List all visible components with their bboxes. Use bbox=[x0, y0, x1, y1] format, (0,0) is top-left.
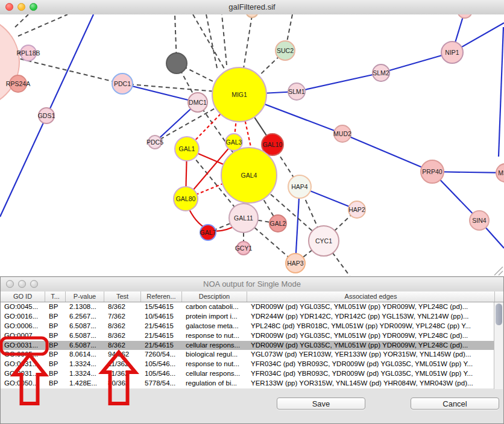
table-cell[interactable]: GO:0007... bbox=[1, 331, 45, 341]
table-cell[interactable]: 21/54615 bbox=[141, 341, 182, 351]
table-cell[interactable]: 8/362 bbox=[104, 322, 141, 331]
node-label-GDS1: GDS1 bbox=[38, 112, 55, 119]
column-header-desciption[interactable]: Desciption bbox=[182, 292, 247, 302]
table-cell[interactable]: YDR009W (pd) YGL035C, YML051W (pp) YDR00… bbox=[247, 302, 495, 312]
table-cell[interactable]: BP bbox=[45, 350, 66, 360]
column-header-t[interactable]: T... bbox=[45, 292, 66, 302]
node-label-CYC1: CYC1 bbox=[315, 237, 332, 245]
table-cell[interactable]: 6.5087... bbox=[66, 331, 104, 341]
table-cell[interactable]: GO:0016... bbox=[1, 312, 45, 322]
table-cell[interactable]: YFR034C (pd) YBR093C, YDR009W (pd) YGL03… bbox=[247, 369, 495, 379]
scrollbar-thumb[interactable] bbox=[496, 304, 502, 325]
node-big-left-node[interactable] bbox=[0, 16, 19, 108]
table-row[interactable]: GO:0031...BP1.3324...11/362105/546...res… bbox=[1, 360, 494, 369]
column-header-associatededges[interactable]: Associated edges bbox=[247, 292, 495, 302]
column-header-referen[interactable]: Referen... bbox=[141, 292, 182, 302]
table-cell[interactable]: 80/362 bbox=[104, 379, 141, 388]
table-cell[interactable]: YER133W (pp) YOR315W, YNL145W (pd) YHR08… bbox=[247, 379, 495, 388]
table-row[interactable]: GO:0031...BP6.5087...8/36221/54615cellul… bbox=[1, 341, 494, 351]
table-cell[interactable]: BP bbox=[45, 341, 66, 351]
table-row[interactable]: GO:0031...BP1.3324...11/362105/546...cel… bbox=[1, 369, 494, 379]
network-window-titlebar[interactable]: galFiltered.sif bbox=[0, 0, 504, 15]
table-cell[interactable]: 1.428E... bbox=[66, 379, 104, 388]
table-cell[interactable]: 21/54615 bbox=[141, 331, 182, 341]
table-cell[interactable]: GO:0031... bbox=[1, 360, 45, 369]
save-button[interactable]: Save bbox=[277, 398, 365, 410]
table-cell[interactable]: 2.1308... bbox=[66, 302, 104, 312]
table-cell[interactable]: 10/54615 bbox=[141, 312, 182, 322]
table-row[interactable]: GO:0050...BP1.428E...80/3625778/54...reg… bbox=[1, 379, 494, 388]
table-cell[interactable]: 8.0614... bbox=[66, 350, 104, 360]
table-cell[interactable]: regulation of bi... bbox=[182, 379, 247, 388]
table-header[interactable]: GO IDT...P-valueTestReferen...Desciption… bbox=[1, 292, 503, 302]
table-row[interactable]: GO:0016...BP6.2567...7/36210/54615protei… bbox=[1, 312, 494, 322]
table-cell[interactable]: 7/362 bbox=[104, 312, 141, 322]
table-cell[interactable]: BP bbox=[45, 302, 66, 312]
table-cell[interactable]: YDR009W (pd) YGL035C, YML051W (pp) YDR00… bbox=[247, 331, 495, 341]
table-cell[interactable]: 8/362 bbox=[104, 341, 141, 351]
table-cell[interactable]: 1.3324... bbox=[66, 360, 104, 369]
table-cell[interactable]: YPL248C (pd) YBR018C, YML051W (pp) YDR00… bbox=[247, 322, 495, 331]
table-cell[interactable]: 11/362 bbox=[104, 360, 141, 369]
table-scrollbar[interactable] bbox=[494, 302, 503, 389]
table-cell[interactable]: YDR244W (pp) YDR142C, YDR142C (pp) YGL15… bbox=[247, 312, 495, 322]
table-cell[interactable]: galactose meta... bbox=[182, 322, 247, 331]
table-cell[interactable]: 7260/54... bbox=[141, 350, 182, 360]
table-cell[interactable]: BP bbox=[45, 360, 66, 369]
table-cell[interactable]: YDR009W (pd) YGL035C, YML051W (pp) YDR00… bbox=[247, 341, 495, 351]
node-label-MUD2: MUD2 bbox=[333, 130, 351, 137]
table-cell[interactable]: BP bbox=[45, 312, 66, 322]
table-row[interactable]: GO:0006...BP6.5087...8/36221/54615galact… bbox=[1, 322, 494, 331]
node-label-NIP1: NIP1 bbox=[445, 49, 459, 56]
table-row[interactable]: GO:0045...BP2.1308...8/36215/54615carbon… bbox=[1, 302, 494, 312]
table-cell[interactable]: BP bbox=[45, 379, 66, 388]
table-cell[interactable]: cellular respons... bbox=[182, 341, 247, 351]
table-cell[interactable]: 15/54615 bbox=[141, 302, 182, 312]
table-cell[interactable]: GO:0045... bbox=[1, 302, 45, 312]
table-cell[interactable]: 105/546... bbox=[141, 360, 182, 369]
table-cell[interactable]: 105/546... bbox=[141, 369, 182, 379]
table-cell[interactable]: YGL073W (pd) YER103W, YER133W (pp) YOR31… bbox=[247, 350, 495, 360]
table-cell[interactable]: BP bbox=[45, 331, 66, 341]
node-label-MSN: MSN bbox=[498, 169, 504, 176]
table-cell[interactable]: 8/362 bbox=[104, 302, 141, 312]
table-cell[interactable]: GO:0031... bbox=[1, 369, 45, 379]
table-cell[interactable]: 94/362 bbox=[104, 350, 141, 360]
noa-window-titlebar[interactable]: NOA output for Single Mode bbox=[1, 277, 503, 292]
table-cell[interactable]: 6.2567... bbox=[66, 312, 104, 322]
table-cell[interactable]: 21/54615 bbox=[141, 322, 182, 331]
cancel-button[interactable]: Cancel bbox=[411, 398, 499, 410]
table-cell[interactable]: GO:0006... bbox=[1, 322, 45, 331]
column-header-pvalue[interactable]: P-value bbox=[66, 292, 104, 302]
node-gray-node[interactable] bbox=[166, 53, 187, 73]
table-cell[interactable]: response to nut... bbox=[182, 331, 247, 341]
table-cell[interactable]: cellular respons... bbox=[182, 369, 247, 379]
node-top-peach-node[interactable] bbox=[246, 14, 258, 17]
node-top-right-node[interactable] bbox=[458, 14, 472, 18]
node-label-RPS24A: RPS24A bbox=[6, 80, 30, 87]
table-cell[interactable]: 8/362 bbox=[104, 331, 141, 341]
table-cell[interactable]: 6.5087... bbox=[66, 322, 104, 331]
column-header-goid[interactable]: GO ID bbox=[1, 292, 45, 302]
table-cell[interactable]: GO:0065... bbox=[1, 350, 45, 360]
table-cell[interactable]: GO:0031... bbox=[1, 341, 45, 351]
table-cell[interactable]: 5778/54... bbox=[141, 379, 182, 388]
node-label-HAP2: HAP2 bbox=[348, 206, 365, 213]
table-cell[interactable]: 6.5087... bbox=[66, 341, 104, 351]
resize-grip-icon[interactable] bbox=[494, 267, 503, 275]
table-cell[interactable]: response to nut... bbox=[182, 360, 247, 369]
table-cell[interactable]: BP bbox=[45, 369, 66, 379]
network-canvas[interactable]: RPL18BRPS24AGDS1PDC1DMC1PDC5MIG1SUC2SLM1… bbox=[0, 14, 504, 276]
table-cell[interactable]: YFR034C (pd) YBR093C, YDR009W (pd) YGL03… bbox=[247, 360, 495, 369]
table-cell[interactable]: GO:0050... bbox=[1, 379, 45, 388]
table-cell[interactable]: carbon cataboli... bbox=[182, 302, 247, 312]
table-cell[interactable]: 1.3324... bbox=[66, 369, 104, 379]
column-header-test[interactable]: Test bbox=[104, 292, 141, 302]
node-label-SIN4: SIN4 bbox=[472, 217, 487, 224]
table-cell[interactable]: 11/362 bbox=[104, 369, 141, 379]
table-cell[interactable]: biological regul... bbox=[182, 350, 247, 360]
table-row[interactable]: GO:0007...BP6.5087...8/36221/54615respon… bbox=[1, 331, 494, 341]
table-cell[interactable]: protein import i... bbox=[182, 312, 247, 322]
table-cell[interactable]: BP bbox=[45, 322, 66, 331]
table-row[interactable]: GO:0065...BP8.0614...94/3627260/54...bio… bbox=[1, 350, 494, 360]
